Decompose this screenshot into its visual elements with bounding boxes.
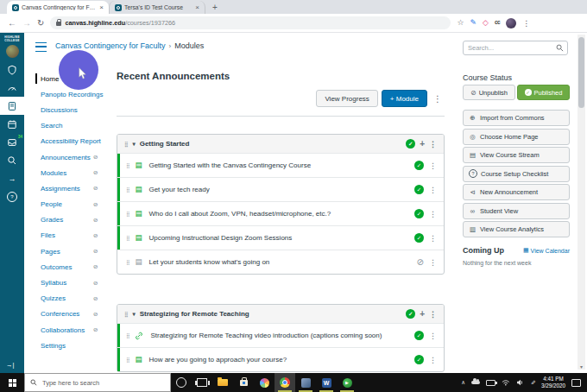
course-nav-quizzes[interactable]: Quizzes⊘ (41, 291, 108, 307)
course-nav-conferences[interactable]: Conferences⊘ (41, 307, 108, 322)
search-input[interactable] (464, 44, 552, 52)
battery-icon[interactable] (486, 380, 495, 386)
tab-close-icon[interactable]: × (195, 3, 199, 11)
module-item[interactable]: ⣿ ▤ Let your students know what's going … (117, 250, 444, 274)
item-options-icon[interactable]: ⋮ (429, 186, 437, 194)
courses-nav-item[interactable] (0, 97, 24, 115)
start-button[interactable] (0, 373, 24, 392)
add-module-button[interactable]: + Module (382, 90, 427, 107)
published-check-icon[interactable]: ✓ (414, 185, 424, 194)
new-tab-button[interactable]: + (212, 3, 218, 12)
item-title[interactable]: Getting Started with the Canvas Continge… (147, 161, 409, 169)
view-course-stream-button[interactable]: ▤View Course Stream (463, 147, 570, 163)
course-nav-grades[interactable]: Grades⊘ (41, 212, 108, 228)
cortana-button[interactable] (171, 373, 192, 392)
module-item[interactable]: ⣿ ▤ Upcoming Instructional Design Zoom S… (117, 225, 444, 250)
published-check-icon[interactable]: ✓ (414, 355, 424, 364)
store-button[interactable] (233, 373, 254, 392)
address-bar[interactable]: canvas.highline.edu/courses/1937266 (50, 16, 451, 29)
course-nav-modules[interactable]: Modules⊘ (41, 165, 108, 180)
admin-nav-item[interactable] (0, 60, 24, 79)
item-options-icon[interactable]: ⋮ (429, 234, 437, 243)
module-options-icon[interactable]: ⋮ (429, 310, 437, 319)
file-explorer-button[interactable] (212, 373, 233, 392)
onedrive-cloud-icon[interactable] (471, 381, 480, 384)
modules-options-icon[interactable]: ⋮ (431, 94, 445, 104)
item-title[interactable]: Strategizing for Remote Teaching video i… (148, 332, 409, 339)
calendar-nav-item[interactable] (0, 115, 24, 133)
published-check-icon[interactable]: ✓ (414, 209, 424, 218)
course-nav-syllabus[interactable]: Syllabus⊘ (41, 275, 108, 290)
tab-canvas-contingency[interactable]: Canvas Contingency for Faculty × (7, 1, 109, 14)
import-from-commons-button[interactable]: ⊕Import from Commons (463, 110, 570, 126)
dashboard-nav-item[interactable] (0, 79, 24, 97)
wifi-icon[interactable] (502, 379, 510, 386)
course-nav-files[interactable]: Files⊘ (41, 228, 108, 243)
chrome-button[interactable] (275, 373, 295, 392)
tab-close-icon[interactable]: × (99, 3, 104, 11)
course-nav-announcements[interactable]: Announcements⊘ (41, 149, 108, 165)
inbox-nav-item[interactable]: 34 (0, 133, 24, 151)
item-options-icon[interactable]: ⋮ (429, 161, 437, 170)
add-item-icon[interactable]: + (420, 309, 425, 319)
course-nav-discussions[interactable]: Discussions (41, 102, 108, 117)
item-options-icon[interactable]: ⋮ (429, 210, 437, 218)
new-announcement-button[interactable]: ⊲New Announcement (463, 184, 570, 200)
course-nav-search[interactable]: Search (41, 118, 108, 134)
module-header[interactable]: ⣿ ▾ Strategizing for Remote Teaching ✓ +… (117, 305, 444, 323)
view-course-analytics-button[interactable]: ▥View Course Analytics (463, 221, 570, 237)
drag-handle-icon[interactable]: ⣿ (126, 236, 129, 241)
help-nav-item[interactable]: ? (0, 187, 24, 205)
cc-extension-icon[interactable]: cc (495, 20, 500, 26)
tab-id-test-course[interactable]: Tersa's ID Test Course × (109, 1, 205, 14)
course-nav-pages[interactable]: Pages⊘ (41, 243, 108, 259)
course-nav-people[interactable]: People⊘ (41, 197, 108, 212)
published-check-icon[interactable]: ✓ (414, 331, 424, 340)
item-title[interactable]: Upcoming Instructional Design Zoom Sessi… (147, 234, 409, 242)
taskbar-search-input[interactable] (41, 378, 165, 388)
unpublished-icon[interactable]: ⊘ (417, 258, 424, 267)
word-button[interactable]: W (316, 373, 337, 392)
search-submit-button[interactable] (552, 41, 567, 54)
pink-extension-icon[interactable]: ◇ (483, 19, 489, 27)
page-scrollbar[interactable]: ▾ (578, 35, 585, 370)
item-options-icon[interactable]: ⋮ (429, 258, 437, 267)
published-button[interactable]: ✓ Published (517, 85, 570, 100)
module-item[interactable]: ⣿ ▤ How are you going to approach your c… (117, 347, 444, 371)
module-item[interactable]: ⣿ ▤ Get your tech ready ✓ ⋮ (117, 177, 444, 201)
item-title[interactable]: Who do I call about Zoom, VPN, headset/m… (147, 210, 409, 218)
scrollbar-thumb[interactable] (578, 37, 584, 108)
student-view-button[interactable]: ∞Student View (463, 203, 570, 219)
drag-handle-icon[interactable]: ⣿ (126, 187, 129, 193)
unpublish-button[interactable]: ⊘ Unpublish (463, 85, 515, 100)
taskbar-clock[interactable]: 4:41 PM 3/29/2020 (541, 376, 565, 390)
refresh-button[interactable]: ↻ (37, 19, 44, 28)
drag-handle-icon[interactable]: ⣿ (126, 163, 129, 168)
course-nav-outcomes[interactable]: Outcomes⊘ (41, 259, 108, 275)
module-options-icon[interactable]: ⋮ (429, 140, 437, 149)
module-item[interactable]: ⣿ ▤ Who do I call about Zoom, VPN, heads… (117, 201, 444, 225)
drag-handle-icon[interactable]: ⣿ (126, 212, 129, 217)
view-progress-button[interactable]: View Progress (316, 90, 377, 107)
scrollbar-down-icon[interactable]: ▾ (578, 364, 585, 370)
item-title[interactable]: Get your tech ready (147, 186, 409, 193)
item-title[interactable]: Let your students know what's going on (147, 258, 411, 266)
green-app-button[interactable]: ▶ (337, 373, 357, 392)
expand-nav-icon[interactable]: →| (0, 361, 14, 369)
bookmark-star-icon[interactable]: ☆ (457, 19, 464, 27)
drag-handle-icon[interactable]: ⣿ (126, 333, 129, 338)
pen-device-icon[interactable]: ✎ (529, 380, 536, 385)
collapse-caret-icon[interactable]: ▾ (132, 141, 135, 148)
drag-handle-icon[interactable]: ⣿ (126, 357, 129, 363)
item-options-icon[interactable]: ⋮ (429, 356, 437, 364)
drag-handle-icon[interactable]: ⣿ (124, 312, 128, 317)
breadcrumb-course-link[interactable]: Canvas Contingency for Faculty (55, 41, 166, 50)
module-item[interactable]: ⣿ ▤ Getting Started with the Canvas Cont… (117, 153, 444, 177)
course-nav-assignments[interactable]: Assignments⊘ (41, 180, 108, 196)
drag-handle-icon[interactable]: ⣿ (124, 142, 128, 147)
collapse-caret-icon[interactable]: ▾ (132, 311, 135, 318)
search-nav-item[interactable] (0, 151, 24, 169)
published-check-icon[interactable]: ✓ (406, 139, 415, 149)
published-check-icon[interactable]: ✓ (414, 161, 424, 170)
browser-menu-icon[interactable]: ⋮ (522, 19, 530, 28)
